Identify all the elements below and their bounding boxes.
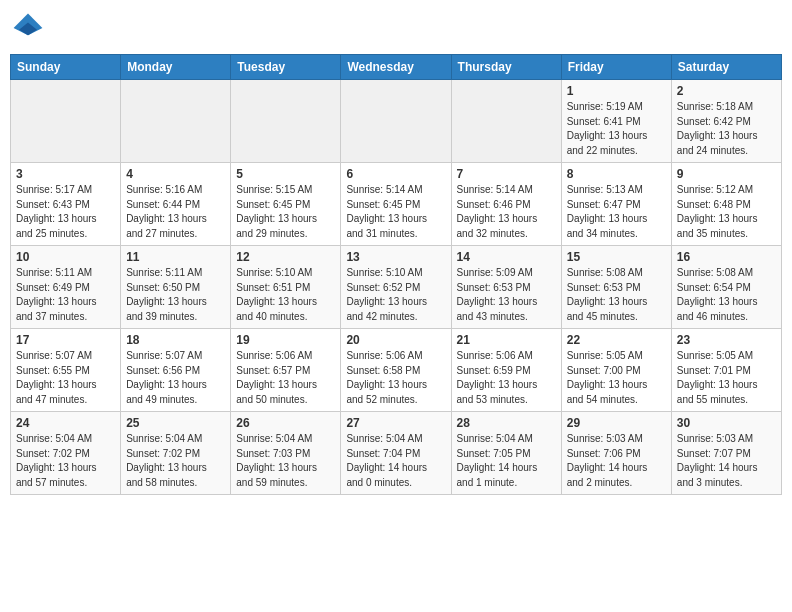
day-info: Sunrise: 5:04 AM Sunset: 7:03 PM Dayligh…	[236, 432, 335, 490]
logo	[10, 10, 50, 46]
day-cell: 2Sunrise: 5:18 AM Sunset: 6:42 PM Daylig…	[671, 80, 781, 163]
day-info: Sunrise: 5:09 AM Sunset: 6:53 PM Dayligh…	[457, 266, 556, 324]
week-row-2: 10Sunrise: 5:11 AM Sunset: 6:49 PM Dayli…	[11, 246, 782, 329]
day-info: Sunrise: 5:10 AM Sunset: 6:51 PM Dayligh…	[236, 266, 335, 324]
day-info: Sunrise: 5:04 AM Sunset: 7:05 PM Dayligh…	[457, 432, 556, 490]
day-number: 7	[457, 167, 556, 181]
day-number: 21	[457, 333, 556, 347]
day-cell	[11, 80, 121, 163]
day-cell: 18Sunrise: 5:07 AM Sunset: 6:56 PM Dayli…	[121, 329, 231, 412]
day-number: 11	[126, 250, 225, 264]
day-number: 30	[677, 416, 776, 430]
day-info: Sunrise: 5:06 AM Sunset: 6:57 PM Dayligh…	[236, 349, 335, 407]
day-cell: 24Sunrise: 5:04 AM Sunset: 7:02 PM Dayli…	[11, 412, 121, 495]
day-info: Sunrise: 5:06 AM Sunset: 6:59 PM Dayligh…	[457, 349, 556, 407]
day-cell: 27Sunrise: 5:04 AM Sunset: 7:04 PM Dayli…	[341, 412, 451, 495]
week-row-0: 1Sunrise: 5:19 AM Sunset: 6:41 PM Daylig…	[11, 80, 782, 163]
day-cell: 8Sunrise: 5:13 AM Sunset: 6:47 PM Daylig…	[561, 163, 671, 246]
day-number: 27	[346, 416, 445, 430]
day-info: Sunrise: 5:05 AM Sunset: 7:01 PM Dayligh…	[677, 349, 776, 407]
day-cell	[121, 80, 231, 163]
day-number: 28	[457, 416, 556, 430]
column-header-thursday: Thursday	[451, 55, 561, 80]
column-header-friday: Friday	[561, 55, 671, 80]
day-info: Sunrise: 5:07 AM Sunset: 6:55 PM Dayligh…	[16, 349, 115, 407]
day-cell: 11Sunrise: 5:11 AM Sunset: 6:50 PM Dayli…	[121, 246, 231, 329]
day-cell: 20Sunrise: 5:06 AM Sunset: 6:58 PM Dayli…	[341, 329, 451, 412]
day-cell: 29Sunrise: 5:03 AM Sunset: 7:06 PM Dayli…	[561, 412, 671, 495]
day-cell: 21Sunrise: 5:06 AM Sunset: 6:59 PM Dayli…	[451, 329, 561, 412]
day-number: 4	[126, 167, 225, 181]
day-cell: 28Sunrise: 5:04 AM Sunset: 7:05 PM Dayli…	[451, 412, 561, 495]
day-cell: 14Sunrise: 5:09 AM Sunset: 6:53 PM Dayli…	[451, 246, 561, 329]
day-number: 6	[346, 167, 445, 181]
day-number: 10	[16, 250, 115, 264]
day-number: 23	[677, 333, 776, 347]
day-info: Sunrise: 5:06 AM Sunset: 6:58 PM Dayligh…	[346, 349, 445, 407]
column-header-tuesday: Tuesday	[231, 55, 341, 80]
day-number: 3	[16, 167, 115, 181]
day-cell: 30Sunrise: 5:03 AM Sunset: 7:07 PM Dayli…	[671, 412, 781, 495]
column-header-saturday: Saturday	[671, 55, 781, 80]
calendar-table: SundayMondayTuesdayWednesdayThursdayFrid…	[10, 54, 782, 495]
day-info: Sunrise: 5:04 AM Sunset: 7:02 PM Dayligh…	[126, 432, 225, 490]
column-header-monday: Monday	[121, 55, 231, 80]
day-info: Sunrise: 5:04 AM Sunset: 7:02 PM Dayligh…	[16, 432, 115, 490]
day-cell: 26Sunrise: 5:04 AM Sunset: 7:03 PM Dayli…	[231, 412, 341, 495]
day-cell: 25Sunrise: 5:04 AM Sunset: 7:02 PM Dayli…	[121, 412, 231, 495]
day-cell: 1Sunrise: 5:19 AM Sunset: 6:41 PM Daylig…	[561, 80, 671, 163]
day-info: Sunrise: 5:13 AM Sunset: 6:47 PM Dayligh…	[567, 183, 666, 241]
day-cell: 6Sunrise: 5:14 AM Sunset: 6:45 PM Daylig…	[341, 163, 451, 246]
day-cell: 3Sunrise: 5:17 AM Sunset: 6:43 PM Daylig…	[11, 163, 121, 246]
day-cell	[451, 80, 561, 163]
day-info: Sunrise: 5:17 AM Sunset: 6:43 PM Dayligh…	[16, 183, 115, 241]
day-info: Sunrise: 5:18 AM Sunset: 6:42 PM Dayligh…	[677, 100, 776, 158]
week-row-1: 3Sunrise: 5:17 AM Sunset: 6:43 PM Daylig…	[11, 163, 782, 246]
page-header	[10, 10, 782, 46]
day-number: 17	[16, 333, 115, 347]
day-info: Sunrise: 5:16 AM Sunset: 6:44 PM Dayligh…	[126, 183, 225, 241]
day-info: Sunrise: 5:19 AM Sunset: 6:41 PM Dayligh…	[567, 100, 666, 158]
day-number: 5	[236, 167, 335, 181]
day-number: 26	[236, 416, 335, 430]
column-header-sunday: Sunday	[11, 55, 121, 80]
calendar-header-row: SundayMondayTuesdayWednesdayThursdayFrid…	[11, 55, 782, 80]
day-cell: 15Sunrise: 5:08 AM Sunset: 6:53 PM Dayli…	[561, 246, 671, 329]
day-number: 2	[677, 84, 776, 98]
day-number: 13	[346, 250, 445, 264]
day-info: Sunrise: 5:11 AM Sunset: 6:49 PM Dayligh…	[16, 266, 115, 324]
day-number: 20	[346, 333, 445, 347]
week-row-4: 24Sunrise: 5:04 AM Sunset: 7:02 PM Dayli…	[11, 412, 782, 495]
day-number: 24	[16, 416, 115, 430]
day-number: 16	[677, 250, 776, 264]
day-number: 12	[236, 250, 335, 264]
day-cell: 13Sunrise: 5:10 AM Sunset: 6:52 PM Dayli…	[341, 246, 451, 329]
day-number: 14	[457, 250, 556, 264]
day-cell: 4Sunrise: 5:16 AM Sunset: 6:44 PM Daylig…	[121, 163, 231, 246]
day-cell: 16Sunrise: 5:08 AM Sunset: 6:54 PM Dayli…	[671, 246, 781, 329]
day-cell	[231, 80, 341, 163]
day-number: 8	[567, 167, 666, 181]
day-info: Sunrise: 5:10 AM Sunset: 6:52 PM Dayligh…	[346, 266, 445, 324]
week-row-3: 17Sunrise: 5:07 AM Sunset: 6:55 PM Dayli…	[11, 329, 782, 412]
day-number: 29	[567, 416, 666, 430]
day-info: Sunrise: 5:11 AM Sunset: 6:50 PM Dayligh…	[126, 266, 225, 324]
day-info: Sunrise: 5:08 AM Sunset: 6:53 PM Dayligh…	[567, 266, 666, 324]
day-info: Sunrise: 5:04 AM Sunset: 7:04 PM Dayligh…	[346, 432, 445, 490]
day-cell: 9Sunrise: 5:12 AM Sunset: 6:48 PM Daylig…	[671, 163, 781, 246]
day-number: 19	[236, 333, 335, 347]
day-cell: 5Sunrise: 5:15 AM Sunset: 6:45 PM Daylig…	[231, 163, 341, 246]
day-number: 1	[567, 84, 666, 98]
day-number: 22	[567, 333, 666, 347]
day-cell: 7Sunrise: 5:14 AM Sunset: 6:46 PM Daylig…	[451, 163, 561, 246]
day-cell: 23Sunrise: 5:05 AM Sunset: 7:01 PM Dayli…	[671, 329, 781, 412]
day-info: Sunrise: 5:07 AM Sunset: 6:56 PM Dayligh…	[126, 349, 225, 407]
column-header-wednesday: Wednesday	[341, 55, 451, 80]
day-info: Sunrise: 5:03 AM Sunset: 7:06 PM Dayligh…	[567, 432, 666, 490]
day-cell: 10Sunrise: 5:11 AM Sunset: 6:49 PM Dayli…	[11, 246, 121, 329]
day-cell: 17Sunrise: 5:07 AM Sunset: 6:55 PM Dayli…	[11, 329, 121, 412]
day-number: 25	[126, 416, 225, 430]
day-info: Sunrise: 5:05 AM Sunset: 7:00 PM Dayligh…	[567, 349, 666, 407]
day-cell	[341, 80, 451, 163]
day-info: Sunrise: 5:12 AM Sunset: 6:48 PM Dayligh…	[677, 183, 776, 241]
